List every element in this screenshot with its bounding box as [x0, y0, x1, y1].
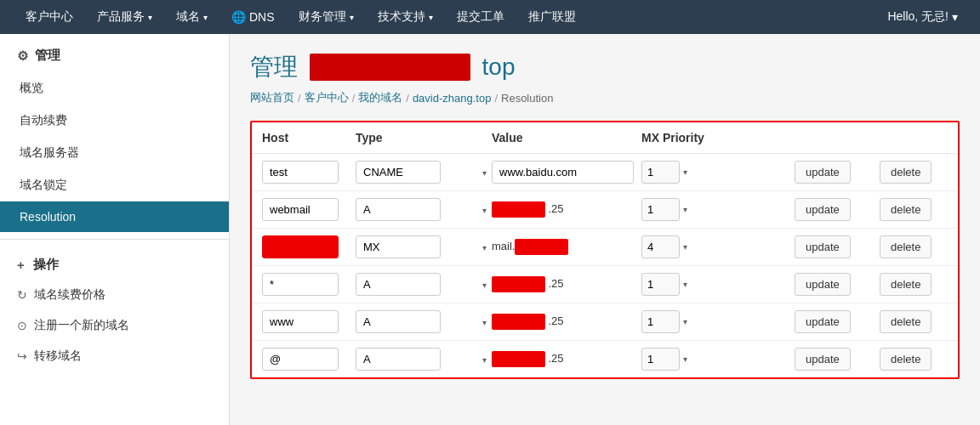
header-priority: MX Priority [641, 131, 795, 144]
table-row: ACNAMEMXTXT ▾ redacted .25 ▾ upda [252, 341, 958, 377]
plus-icon: + [17, 258, 25, 272]
chevron-down-icon: ▾ [482, 317, 487, 326]
dns-host-input[interactable] [262, 198, 339, 221]
dns-type-select[interactable]: ACNAMEMXTXT [356, 310, 441, 333]
sidebar-op-transfer-domain[interactable]: ↪ 转移域名 [0, 341, 229, 371]
breadcrumb-domain[interactable]: david-zhang.top [413, 92, 492, 105]
dns-type-cell: CNAMEAMXTXT ▾ [356, 161, 492, 184]
sidebar-op-register-domain[interactable]: ⊙ 注册一个新的域名 [0, 310, 229, 341]
delete-button[interactable]: delete [880, 348, 932, 371]
delete-button[interactable]: delete [880, 198, 932, 221]
update-button[interactable]: update [795, 198, 851, 221]
refresh-icon: ↻ [17, 288, 27, 302]
sidebar-op-renewal-price[interactable]: ↻ 域名续费价格 [0, 280, 229, 310]
dns-priority-input[interactable] [641, 348, 680, 371]
nav-products[interactable]: 产品服务 ▾ [85, 0, 164, 34]
breadcrumb-customer[interactable]: 客户中心 [305, 90, 349, 105]
nav-dns[interactable]: 🌐 DNS [219, 0, 287, 34]
dns-priority-cell: ▾ [641, 161, 795, 184]
dns-priority-input[interactable] [641, 235, 680, 258]
page-title: 管理 redacted top [250, 51, 960, 83]
dns-priority-cell: ▾ [641, 273, 795, 296]
dns-priority-input[interactable] [641, 273, 680, 296]
update-button[interactable]: update [795, 161, 851, 184]
chevron-down-icon: ▾ [482, 242, 487, 252]
header-value: Value [492, 131, 641, 144]
dns-priority-cell: ▾ [641, 310, 795, 333]
chevron-down-icon: ▾ [683, 280, 687, 289]
sidebar-divider [0, 239, 229, 240]
sidebar: ⚙ 管理 概览 自动续费 域名服务器 域名锁定 Resolution + 操作 … [0, 34, 230, 425]
dns-type-select[interactable]: CNAMEAMXTXT [356, 161, 441, 184]
breadcrumb-home[interactable]: 网站首页 [250, 90, 294, 105]
chevron-down-icon: ▾ [350, 13, 354, 22]
sidebar-ops-title: + 操作 [0, 246, 229, 280]
header-action1 [795, 131, 880, 144]
delete-button[interactable]: delete [880, 273, 932, 296]
sidebar-item-resolution[interactable]: Resolution [0, 201, 229, 232]
dns-host-input[interactable] [262, 273, 339, 296]
delete-button[interactable]: delete [880, 310, 932, 333]
dns-type-select[interactable]: MXACNAMETXT [356, 235, 441, 258]
dns-priority-input[interactable] [641, 310, 680, 333]
dns-update-cell: update [795, 310, 880, 333]
nav-support[interactable]: 技术支持 ▾ [366, 0, 445, 34]
value-redacted: redacted [515, 239, 568, 255]
dns-update-cell: update [795, 198, 880, 221]
dns-value-cell: redacted .25 [492, 276, 641, 292]
update-button[interactable]: update [795, 348, 851, 371]
breadcrumb-sep-3: / [406, 92, 409, 105]
dns-type-select[interactable]: ACNAMEMXTXT [356, 348, 441, 371]
dns-host-cell [262, 198, 356, 221]
dns-table: Host Type Value MX Priority CNAMEAMXTXT [250, 121, 960, 379]
dns-host-cell [262, 348, 356, 371]
user-greeting: Hello, 无忌! [887, 9, 949, 25]
nav-ticket[interactable]: 提交工单 [445, 0, 516, 34]
delete-button[interactable]: delete [880, 235, 932, 258]
breadcrumb-current: Resolution [501, 92, 553, 105]
header-action2 [880, 131, 948, 144]
sidebar-item-overview[interactable]: 概览 [0, 72, 229, 105]
update-button[interactable]: update [795, 235, 851, 258]
dns-type-select[interactable]: ACNAMEMXTXT [356, 198, 441, 221]
sidebar-item-autorenewal[interactable]: 自动续费 [0, 105, 229, 137]
dns-priority-input[interactable] [641, 161, 680, 184]
chevron-down-icon: ▾ [482, 205, 487, 214]
breadcrumb-sep-2: / [352, 92, 356, 105]
dns-host-cell [262, 310, 356, 333]
dns-type-cell: ACNAMEMXTXT ▾ [356, 310, 492, 333]
dns-value-cell: redacted .25 [492, 314, 641, 330]
breadcrumb-sep-4: / [494, 92, 498, 105]
user-menu[interactable]: Hello, 无忌! ▾ [879, 9, 966, 25]
dns-host-input-redacted[interactable] [262, 235, 339, 258]
dns-type-select[interactable]: ACNAMEMXTXT [356, 273, 441, 296]
nav-finance[interactable]: 财务管理 ▾ [287, 0, 366, 34]
gear-icon: ⚙ [17, 48, 28, 64]
dns-priority-cell: ▾ [641, 348, 795, 371]
chevron-down-icon: ▾ [683, 167, 687, 177]
header-host: Host [262, 131, 356, 144]
dns-value-cell: redacted .25 [492, 201, 641, 218]
sidebar-item-nameservers[interactable]: 域名服务器 [0, 137, 229, 169]
dns-value-input[interactable] [492, 161, 634, 184]
table-row: CNAMEAMXTXT ▾ ▾ update [252, 154, 958, 191]
main-content: 管理 redacted top 网站首页 / 客户中心 / 我的域名 / dav… [230, 34, 980, 425]
dns-table-header: Host Type Value MX Priority [252, 122, 958, 154]
breadcrumb-mydomains[interactable]: 我的域名 [358, 90, 402, 105]
update-button[interactable]: update [795, 273, 851, 296]
dns-host-input[interactable] [262, 310, 339, 333]
user-chevron-icon: ▾ [952, 10, 958, 24]
breadcrumb-sep-1: / [298, 92, 301, 105]
dns-value-cell: mail.redacted [492, 239, 641, 255]
nav-customer-center[interactable]: 客户中心 [14, 0, 85, 34]
nav-affiliate[interactable]: 推广联盟 [516, 0, 588, 34]
dns-host-input[interactable] [262, 348, 339, 371]
sidebar-item-domainlock[interactable]: 域名锁定 [0, 169, 229, 201]
dns-host-input[interactable] [262, 161, 339, 184]
dns-priority-input[interactable] [641, 198, 680, 221]
delete-button[interactable]: delete [880, 161, 932, 184]
update-button[interactable]: update [795, 310, 851, 333]
register-icon: ⊙ [17, 319, 27, 332]
nav-domain[interactable]: 域名 ▾ [164, 0, 219, 34]
dns-value-cell: redacted .25 [492, 351, 641, 367]
